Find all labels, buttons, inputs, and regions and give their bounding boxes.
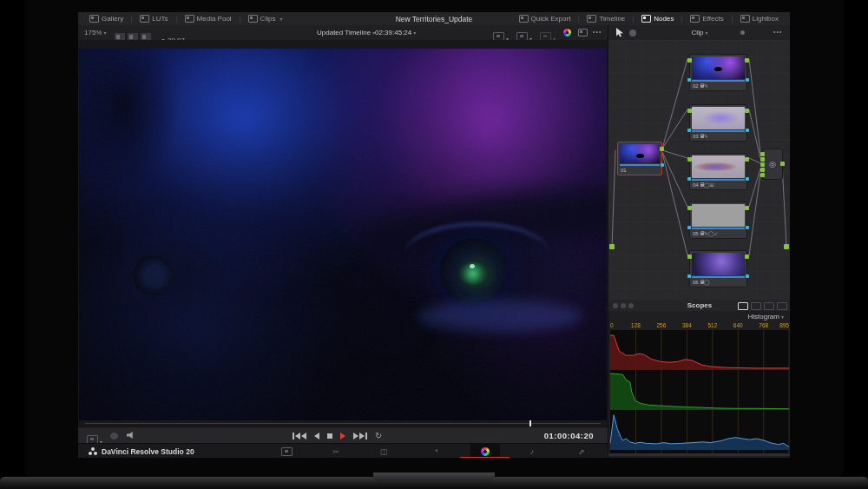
key-output-pin[interactable] xyxy=(746,226,749,229)
play-reverse-button[interactable] xyxy=(314,433,319,439)
skip-back-button[interactable] xyxy=(293,433,306,439)
layer-mixer-node[interactable]: ◎ xyxy=(762,149,783,180)
luts-button[interactable]: LUTs xyxy=(135,12,172,25)
node-view-dropdown[interactable]: Clip▾ xyxy=(608,29,790,36)
node-05[interactable]: 05✎◯✓ xyxy=(689,202,747,239)
nodes-button[interactable]: Nodes xyxy=(637,12,678,25)
histogram-tick-label: 256 xyxy=(656,322,666,328)
transport-bar: ▾ ↻ 01:00:04:20 xyxy=(78,426,608,444)
rgb-output-pin[interactable] xyxy=(745,157,749,162)
timeline-select[interactable]: Updated Timeline▾ xyxy=(317,29,375,36)
rgb-input-pin[interactable] xyxy=(687,254,692,259)
viewer-scrubber[interactable] xyxy=(85,423,601,424)
nodes-label: Nodes xyxy=(654,15,674,23)
key-input-pin[interactable] xyxy=(687,274,691,278)
deliver-page-icon: ⇗ xyxy=(578,447,585,456)
lightbox-icon xyxy=(740,15,750,23)
node-status-icon[interactable] xyxy=(740,30,745,35)
rgb-output-pin[interactable] xyxy=(745,58,749,63)
scope-layout-1up-icon[interactable] xyxy=(738,302,748,310)
rgb-input-pin[interactable] xyxy=(687,58,692,63)
rgb-output-pin[interactable] xyxy=(745,254,749,259)
page-tab-color[interactable] xyxy=(470,444,500,458)
key-output-pin[interactable] xyxy=(746,274,749,278)
rgb-output-pin[interactable] xyxy=(745,109,749,113)
loop-button[interactable]: ↻ xyxy=(375,432,382,440)
divider xyxy=(240,16,240,23)
viewer-timecode[interactable]: 02:39:45:24▾ xyxy=(375,29,416,36)
key-input-pin[interactable] xyxy=(687,129,691,132)
effects-label: Effects xyxy=(702,15,723,23)
final-output-pin[interactable] xyxy=(784,244,789,249)
node-graph: 01 02✎ 03✎ xyxy=(608,40,790,300)
media-pool-button[interactable]: Media Pool xyxy=(181,12,236,25)
scope-layout-4up-icon[interactable] xyxy=(777,302,787,310)
rgb-input-pin[interactable] xyxy=(687,109,692,113)
node-06[interactable]: 06◯ xyxy=(689,250,747,287)
mixer-input-pin[interactable] xyxy=(760,173,765,177)
node-options-menu[interactable]: ••• xyxy=(773,29,782,35)
scope-layout-3up-icon[interactable] xyxy=(764,302,774,310)
lightbox-button[interactable]: Lightbox xyxy=(736,12,783,25)
audio-mute-icon[interactable] xyxy=(127,432,135,439)
page-tab-fusion[interactable]: * xyxy=(422,444,451,458)
chevron-down-icon: ▾ xyxy=(279,16,282,22)
gallery-icon xyxy=(89,15,99,23)
rgb-output-pin[interactable] xyxy=(745,206,749,210)
clips-button[interactable]: Clips ▾ xyxy=(244,12,287,25)
check-icon: ✓ xyxy=(713,231,718,236)
quick-export-label: Quick Export xyxy=(531,15,571,23)
effects-button[interactable]: Effects xyxy=(686,12,727,25)
page-tab-media[interactable] xyxy=(272,444,301,458)
timeline-button[interactable]: Timeline xyxy=(582,12,629,25)
rgb-output-pin[interactable] xyxy=(660,147,664,151)
viewer-options-menu[interactable]: ••• xyxy=(593,29,602,35)
lock-icon xyxy=(700,184,704,187)
media-page-icon xyxy=(281,447,293,456)
key-output-pin[interactable] xyxy=(661,163,664,167)
mixer-input-pin[interactable] xyxy=(760,168,765,172)
mixer-output-pin[interactable] xyxy=(780,162,785,166)
clips-icon xyxy=(248,15,258,23)
fusion-page-icon: * xyxy=(435,447,438,456)
gallery-button[interactable]: Gallery xyxy=(85,12,128,25)
rgb-input-pin[interactable] xyxy=(687,206,692,210)
key-output-pin[interactable] xyxy=(746,129,749,132)
key-input-pin[interactable] xyxy=(687,226,691,229)
scope-layout-2up-icon[interactable] xyxy=(751,302,761,310)
rgb-input-pin[interactable] xyxy=(687,157,692,162)
node-01[interactable]: 01 xyxy=(617,142,662,175)
skip-forward-button[interactable] xyxy=(353,433,367,439)
color-viewer-icon[interactable] xyxy=(563,29,571,36)
media-pool-label: Media Pool xyxy=(197,15,232,23)
key-output-pin[interactable] xyxy=(746,78,749,82)
scope-mode-dropdown[interactable]: Histogram▾ xyxy=(748,313,784,320)
page-tab-edit[interactable]: ◫ xyxy=(369,444,398,458)
histogram-axis-labels: 0128256384512640768895 xyxy=(610,322,789,329)
play-button[interactable] xyxy=(340,433,345,439)
node-thumbnail xyxy=(692,155,745,178)
source-input-pin[interactable] xyxy=(609,244,615,249)
node-03[interactable]: 03✎ xyxy=(689,104,747,142)
node-02[interactable]: 02✎ xyxy=(689,54,747,91)
page-tab-cut[interactable]: ✂ xyxy=(321,444,351,458)
mixer-input-pin[interactable] xyxy=(760,162,765,167)
key-input-pin[interactable] xyxy=(687,78,691,82)
luts-label: LUTs xyxy=(152,15,168,23)
key-input-pin[interactable] xyxy=(687,177,691,181)
expand-viewer-icon[interactable] xyxy=(578,29,588,36)
viewer-playhead[interactable] xyxy=(529,420,531,426)
quick-export-button[interactable]: Quick Export xyxy=(515,12,575,25)
unmix-icon[interactable] xyxy=(110,433,118,439)
node-04[interactable]: 04◯⊞ xyxy=(689,153,747,190)
zoom-level-dropdown[interactable]: 175%▾ xyxy=(84,29,106,36)
page-tab-deliver[interactable]: ⇗ xyxy=(567,444,596,458)
lock-icon xyxy=(700,233,704,235)
page-tab-fairlight[interactable]: ♪ xyxy=(517,444,547,458)
divider xyxy=(681,16,682,23)
mixer-input-pin[interactable] xyxy=(760,157,765,162)
node-panel-header: Clip▾ ••• xyxy=(608,25,790,41)
key-output-pin[interactable] xyxy=(746,177,749,181)
mixer-input-pin[interactable] xyxy=(760,152,765,156)
stop-button[interactable] xyxy=(327,433,332,439)
